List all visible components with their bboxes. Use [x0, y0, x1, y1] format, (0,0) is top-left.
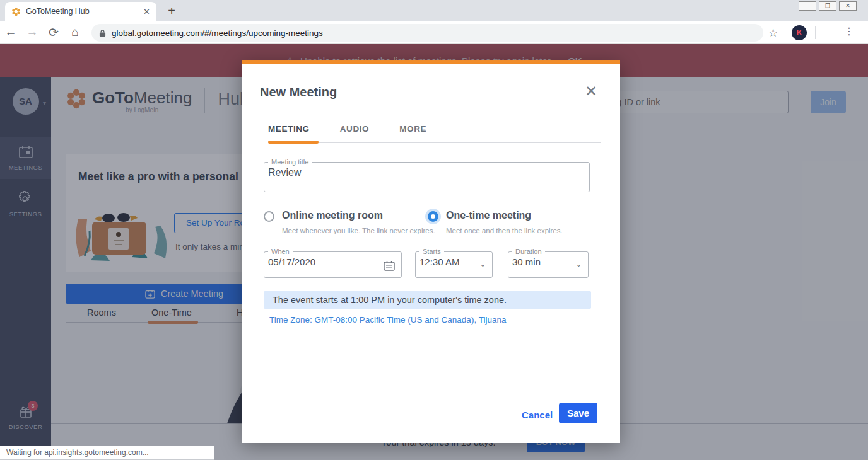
forward-icon[interactable]: →	[21, 25, 43, 39]
starts-field[interactable]: Starts ⌄	[415, 248, 493, 278]
dialog-tab-audio[interactable]: AUDIO	[340, 124, 370, 141]
option-label: One-time meeting	[446, 210, 563, 221]
window-minimize-button[interactable]: —	[799, 1, 816, 11]
when-label: When	[268, 248, 293, 255]
radio-selected-icon[interactable]	[428, 211, 438, 222]
window-controls: — ❐ ✕	[799, 1, 857, 11]
starts-chevron-down-icon[interactable]: ⌄	[480, 260, 486, 268]
bookmark-star-icon[interactable]: ☆	[768, 26, 778, 40]
url-bar[interactable]: global.gotomeeting.com/#/meetings/upcomi…	[91, 24, 763, 42]
browser-tab-strip: GoToMeeting Hub ✕ + — ❐ ✕	[0, 0, 868, 21]
toolbar-divider	[815, 26, 816, 39]
padlock-icon	[99, 29, 106, 37]
meeting-title-input[interactable]	[264, 166, 589, 183]
save-button[interactable]: Save	[559, 403, 597, 423]
meeting-title-field[interactable]: Meeting title	[264, 158, 590, 192]
home-icon[interactable]: ⌂	[64, 25, 86, 39]
new-tab-button[interactable]: +	[163, 3, 180, 20]
duration-label: Duration	[512, 248, 545, 255]
option-label: Online meeting room	[282, 210, 435, 221]
radio-unselected-icon[interactable]	[264, 211, 274, 222]
duration-chevron-down-icon[interactable]: ⌄	[576, 260, 582, 268]
gotomeeting-favicon-daisy-icon	[11, 7, 21, 16]
browser-tab[interactable]: GoToMeeting Hub ✕	[5, 2, 156, 21]
dialog-title: New Meeting	[260, 85, 337, 100]
dialog-active-tab-indicator	[268, 141, 319, 144]
dialog-tabs: MEETING AUDIO MORE	[268, 124, 426, 141]
tab-title: GoToMeeting Hub	[26, 7, 138, 16]
when-field[interactable]: When	[264, 248, 402, 278]
meeting-title-label: Meeting title	[268, 158, 312, 166]
window-restore-button[interactable]: ❐	[819, 1, 836, 11]
url-text: global.gotomeeting.com/#/meetings/upcomi…	[112, 28, 323, 38]
when-date-input[interactable]	[264, 255, 401, 272]
option-description: Meet once and then the link expires.	[446, 227, 563, 234]
timezone-link[interactable]: Time Zone: GMT-08:00 Pacific Time (US an…	[269, 315, 506, 325]
screen: GoToMeeting Hub ✕ + — ❐ ✕ ← → ⟳ ⌂ global…	[0, 0, 868, 460]
option-one-time-meeting[interactable]: One-time meeting Meet once and then the …	[428, 210, 563, 234]
cancel-button[interactable]: Cancel	[514, 405, 560, 425]
back-icon[interactable]: ←	[0, 25, 21, 39]
duration-field[interactable]: Duration ⌄	[508, 248, 589, 278]
browser-menu-icon[interactable]: ⋮	[844, 25, 854, 37]
starts-label: Starts	[419, 248, 444, 255]
new-meeting-dialog: New Meeting ✕ MEETING AUDIO MORE Meeting…	[242, 60, 620, 443]
dialog-tab-meeting[interactable]: MEETING	[268, 124, 310, 141]
option-description: Meet whenever you like. The link never e…	[282, 227, 435, 234]
browser-status-bar: Waiting for api.insights.gotomeeting.com…	[0, 446, 214, 460]
page-content: ⚠ Unable to retrieve the list of meeting…	[0, 44, 868, 460]
datepicker-calendar-icon[interactable]	[384, 260, 395, 273]
timezone-info-banner: The event starts at 1:00 PM in your comp…	[264, 291, 591, 309]
dialog-close-icon[interactable]: ✕	[585, 83, 597, 100]
reload-icon[interactable]: ⟳	[43, 25, 64, 40]
tab-close-icon[interactable]: ✕	[143, 7, 150, 16]
browser-profile-avatar[interactable]: K	[792, 25, 807, 40]
option-online-meeting-room[interactable]: Online meeting room Meet whenever you li…	[264, 210, 435, 234]
dialog-tab-more[interactable]: MORE	[399, 124, 426, 141]
window-close-button[interactable]: ✕	[839, 1, 857, 11]
